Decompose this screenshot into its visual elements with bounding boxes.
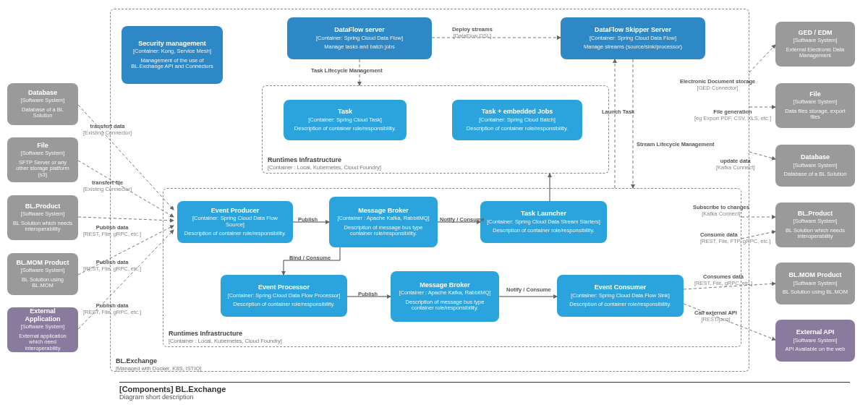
- ext-ged: GED / EDM [Software System] External Ele…: [775, 22, 855, 67]
- s: [Software System]: [13, 211, 72, 218]
- t: File: [781, 90, 849, 98]
- node-message-broker-2: Message Broker [Container : Apache Kafka…: [391, 271, 499, 322]
- d: Database of a BL Solution: [781, 171, 849, 178]
- s: [Container: Spring Cloud Data Flow Proce…: [226, 293, 341, 299]
- s: [Container: Kong, Service Mesh]: [127, 48, 217, 55]
- ext-mom-left: BL.MOM Product [Software System] BL Solu…: [7, 253, 78, 295]
- d: External application which need interope…: [13, 333, 72, 352]
- t: GED / EDM: [781, 29, 849, 36]
- node-task-launcher: Task Launcher [Container: Spring Cloud D…: [480, 201, 607, 243]
- t: DataFlow Skipper Server: [566, 26, 699, 33]
- ext-mom-right: BL.MOM Product [Software System] BL Solu…: [775, 263, 855, 304]
- t: Event Producer: [183, 207, 287, 214]
- diagram-canvas: BL.Exchange [Managed with Docker, K8S, I…: [0, 0, 868, 405]
- edge-notify-2: Notify / Consume: [506, 286, 551, 293]
- edge-publish-data-1: Publish data[REST, File, gRPC, etc.]: [83, 224, 141, 237]
- t: BL.Product: [13, 202, 72, 210]
- edge-launch-task: Launch Task: [602, 108, 634, 115]
- t: Event Consumer: [563, 284, 678, 291]
- edge-task-lifecycle: Task Lifecycle Management: [311, 67, 383, 74]
- t: BL.Product: [781, 210, 849, 217]
- node-task: Task [Container: Spring Cloud Task] Desc…: [284, 100, 407, 140]
- s: [Software System]: [13, 324, 72, 331]
- s: [Container : Apache Kafka, RabbitMQ]: [335, 216, 432, 222]
- edge-stream-lifecycle: Stream Lifecycle Management: [637, 141, 715, 148]
- node-message-broker-1: Message Broker [Container : Apache Kafka…: [329, 197, 438, 247]
- d: API Available on the web: [781, 346, 849, 353]
- d: BL Solution which needs interoperability: [13, 221, 72, 233]
- t: Task: [289, 108, 401, 115]
- edge-transfert-file: transfert file[Existing Connector]: [83, 179, 132, 192]
- edge-publish-data-2: Publish data[REST, File, gRPC, etc.]: [83, 259, 141, 272]
- edge-ged: Electronic Document storage[GED Connecto…: [680, 78, 755, 91]
- edge-update-data: update data[Kafka Connect]: [716, 158, 754, 171]
- s: [Software System]: [781, 38, 849, 44]
- d: Description of container role/responsibi…: [183, 231, 287, 237]
- edge-deploy-streams: Deploy streams[DataFlow DSL]: [452, 26, 493, 39]
- edge-call-api: Call external API[REST/json]: [694, 310, 737, 323]
- s: [Container: Spring Cloud Data Stream Sta…: [486, 219, 601, 226]
- node-task-jobs: Task + embedded Jobs [Container: Spring …: [452, 100, 582, 140]
- d: Manage streams (source/sink/processor): [566, 44, 699, 51]
- ext-file-left: File [Software System] SFTP Server or an…: [7, 137, 78, 182]
- t: Task + embedded Jobs: [458, 108, 576, 115]
- t: BL.MOM Product: [781, 271, 849, 278]
- node-event-consumer: Event Consumer [Container: Spring Cloud …: [557, 275, 684, 317]
- d: BL Solution using BL.MOM: [13, 277, 72, 289]
- edge-publish-data-3: Publish data[REST, File, gRPC, etc.]: [83, 302, 141, 315]
- d: Description of container role/responsibi…: [563, 302, 678, 308]
- node-security: Security management [Container: Kong, Se…: [122, 26, 223, 84]
- d: Manage tasks and batch jobs: [293, 44, 426, 51]
- d: Data files storage, export files: [781, 108, 849, 121]
- edge-consumes-data: Consumes data[REST, File, gRPC, etc.]: [694, 273, 752, 286]
- diagram-caption: [Components] BL.Exchange Diagram short d…: [119, 382, 850, 401]
- group-runtimes-top-sub: [Container : Local, Kubernetes, Cloud Fo…: [268, 164, 381, 171]
- s: [Software System]: [781, 281, 849, 287]
- ext-application-left: External Application [Software System] E…: [7, 307, 78, 352]
- t: Message Broker: [335, 207, 432, 214]
- d: Description of container role/responsibi…: [458, 126, 576, 132]
- s: [Software System]: [781, 338, 849, 344]
- group-runtimes-bottom-sub: [Container : Local, Kubernetes, Cloud Fo…: [169, 338, 282, 344]
- s: [Container: Spring Cloud Data Flow Sink]: [563, 293, 678, 299]
- t: Task Launcher: [486, 210, 601, 217]
- d: BL Solution using BL.MOM: [781, 289, 849, 296]
- edge-file-gen: File generation[eg Export PDF, CSV, XLS,…: [694, 108, 771, 122]
- s: [Container: Spring Cloud Task]: [289, 117, 401, 124]
- t: DataFlow server: [293, 26, 426, 33]
- t: BL.MOM Product: [13, 259, 72, 266]
- ext-database-right: Database [Software System] Database of a…: [775, 145, 855, 187]
- t: File: [13, 142, 72, 149]
- d: External Electronic Data Management: [781, 47, 849, 59]
- ext-product-left: BL.Product [Software System] BL Solution…: [7, 195, 78, 240]
- group-bl-exchange-sub: [Managed with Docker, K8S, ISTIO]: [116, 365, 201, 372]
- t: External Application: [13, 307, 72, 323]
- group-bl-exchange-title: BL.Exchange: [116, 357, 157, 364]
- s: [Software System]: [13, 98, 72, 104]
- s: [Container: Spring Cloud Data Flow Sourc…: [183, 216, 287, 228]
- s: [Software System]: [13, 150, 72, 157]
- d: Description of message bus type containe…: [396, 299, 493, 312]
- ext-file-right: File [Software System] Data files storag…: [775, 83, 855, 128]
- node-event-producer: Event Producer [Container: Spring Cloud …: [177, 201, 293, 243]
- edge-publish-1: Publish: [298, 216, 318, 223]
- t: External API: [781, 328, 849, 336]
- d: Description of container role/responsibi…: [486, 228, 601, 234]
- s: [Software System]: [781, 218, 849, 225]
- node-event-processor: Event Processor [Container: Spring Cloud…: [221, 275, 347, 317]
- d: Management of the use of BL.Exchange API…: [127, 58, 217, 70]
- t: Event Processor: [226, 284, 341, 291]
- s: [Container: Spring Cloud Data Flow]: [293, 35, 426, 42]
- d: Description of container role/responsibi…: [226, 302, 341, 308]
- d: Database of a BL Solution: [13, 107, 72, 119]
- s: [Software System]: [781, 163, 849, 169]
- group-runtimes-bottom-title: Runtimes Infrastructure: [169, 330, 242, 337]
- caption-title: [Components] BL.Exchange: [119, 385, 850, 393]
- s: [Software System]: [13, 268, 72, 274]
- edge-transfert-data: transfert data[Existing Connector]: [83, 123, 132, 136]
- d: SFTP Server or any other storage platfor…: [13, 160, 72, 179]
- svg-line-9: [749, 45, 775, 72]
- edge-bind-consume: Bind / Consume: [289, 255, 331, 261]
- ext-database-left: Database [Software System] Database of a…: [7, 83, 78, 125]
- t: Database: [781, 153, 849, 161]
